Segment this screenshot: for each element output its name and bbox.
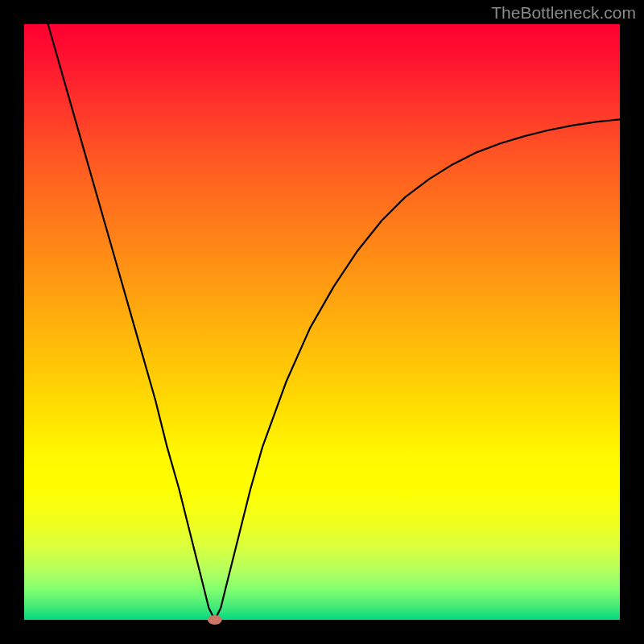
bottleneck-curve (48, 24, 620, 620)
plot-area (24, 24, 620, 620)
curve-layer (24, 24, 620, 620)
minimum-marker (208, 615, 222, 625)
chart-frame: TheBottleneck.com (0, 0, 644, 644)
watermark-text: TheBottleneck.com (491, 3, 636, 23)
